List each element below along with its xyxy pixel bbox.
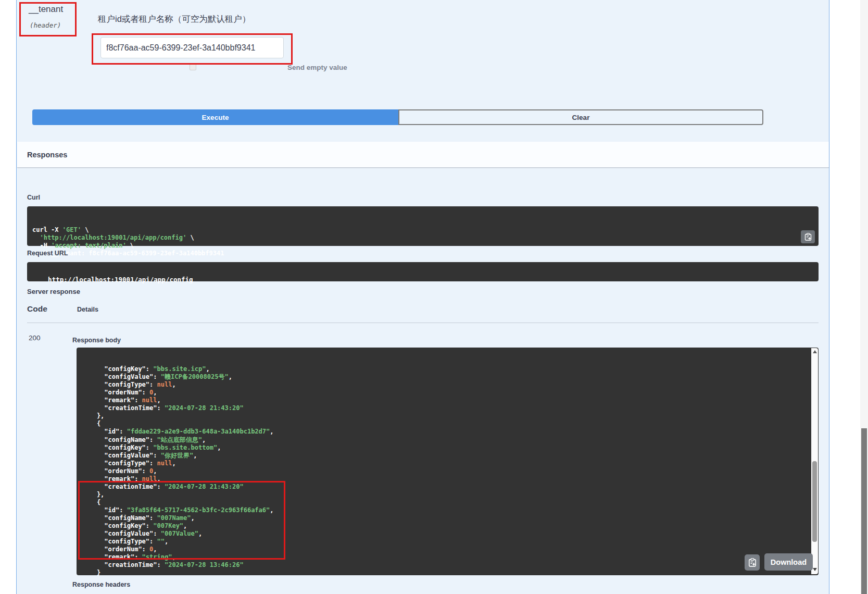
clipboard-copy-icon: [748, 558, 757, 567]
red-annotation-box-json-object: [78, 481, 285, 560]
request-url-label: Request URL: [27, 250, 68, 257]
clipboard-copy-icon: [804, 233, 812, 241]
parameter-description: 租户id或者租户名称（可空为默认租户）: [98, 14, 250, 25]
response-copy-button[interactable]: [745, 554, 760, 571]
status-code: 200: [29, 334, 41, 342]
request-url-block: http://localhost:19001/api/app/config: [27, 262, 819, 281]
request-url-value: http://localhost:19001/api/app/config: [48, 276, 193, 283]
response-body-label: Response body: [72, 337, 121, 344]
code-column-header: Code: [27, 304, 47, 314]
execute-button[interactable]: Execute: [32, 109, 398, 125]
scroll-up-arrow-icon[interactable]: [813, 350, 817, 353]
curl-label: Curl: [27, 194, 40, 201]
table-header-divider: [27, 323, 819, 323]
response-headers-label: Response headers: [72, 581, 130, 588]
red-annotation-box-parameter-name: [19, 2, 77, 36]
responses-title: Responses: [27, 151, 67, 159]
swagger-ui-page: __tenant (header) 租户id或者租户名称（可空为默认租户） Se…: [0, 0, 868, 594]
curl-code: curl -X 'GET' \ 'http://localhost:19001/…: [32, 226, 813, 257]
details-column-header: Details: [77, 306, 98, 313]
curl-copy-button[interactable]: [801, 230, 815, 243]
send-empty-value-label: Send empty value: [287, 64, 347, 71]
responses-section-header: [17, 142, 829, 168]
download-button[interactable]: Download: [764, 553, 813, 571]
page-scrollbar-thumb[interactable]: [861, 428, 867, 594]
red-annotation-box-input: [92, 33, 293, 65]
clear-button[interactable]: Clear: [398, 109, 763, 125]
curl-code-block: curl -X 'GET' \ 'http://localhost:19001/…: [27, 206, 819, 246]
server-response-label: Server response: [27, 288, 80, 295]
scroll-down-arrow-icon[interactable]: [813, 568, 817, 571]
response-body-scrollbar-thumb[interactable]: [812, 461, 817, 542]
